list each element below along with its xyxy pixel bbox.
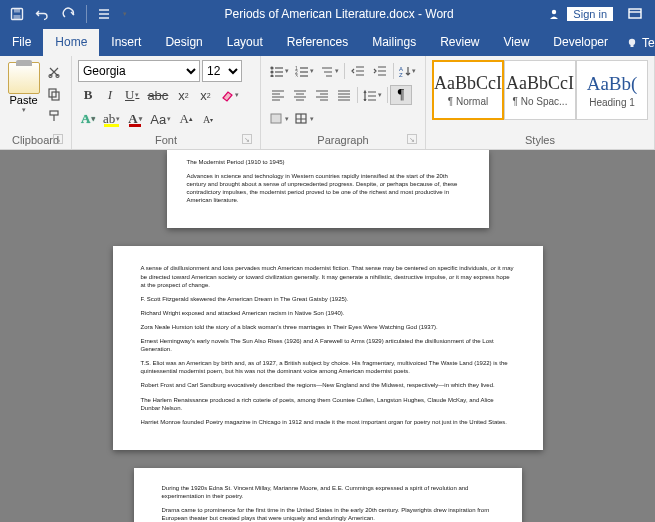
ribbon-display-button[interactable] xyxy=(619,2,651,26)
show-marks-button[interactable]: ¶ xyxy=(390,85,412,105)
format-painter-button[interactable] xyxy=(43,106,65,126)
document-text: Zora Neale Hurston told the story of a b… xyxy=(141,323,515,331)
document-page[interactable]: A sense of disillusionment and loss perv… xyxy=(113,246,543,449)
clipboard-launcher[interactable] xyxy=(53,134,63,144)
paste-dropdown[interactable]: ▾ xyxy=(6,106,41,114)
line-spacing-qat-button[interactable] xyxy=(91,2,117,26)
document-area[interactable]: The Modernist Period (1910 to 1945) Adva… xyxy=(0,150,655,522)
redo-button[interactable] xyxy=(56,2,82,26)
tab-file[interactable]: File xyxy=(0,29,43,56)
bold-button[interactable]: B xyxy=(78,85,98,105)
style-name: ¶ No Spac... xyxy=(505,96,575,107)
tab-layout[interactable]: Layout xyxy=(215,29,275,56)
cut-button[interactable] xyxy=(43,62,65,82)
grow-font-button[interactable]: A▴ xyxy=(176,109,196,129)
line-spacing-button[interactable] xyxy=(360,85,385,105)
tab-review[interactable]: Review xyxy=(428,29,491,56)
eraser-icon xyxy=(220,88,234,102)
style-normal[interactable]: AaBbCcI ¶ Normal xyxy=(432,60,504,120)
sign-in-button[interactable]: Sign in xyxy=(567,7,613,21)
spacing-icon xyxy=(97,7,111,21)
align-right-button[interactable] xyxy=(311,85,333,105)
shading-button[interactable] xyxy=(267,109,292,129)
paragraph-group-label: Paragraph xyxy=(267,132,419,149)
document-text: Ernest Hemingway's early novels The Sun … xyxy=(141,337,515,353)
tab-home[interactable]: Home xyxy=(43,29,99,56)
svg-rect-6 xyxy=(631,45,634,47)
justify-button[interactable] xyxy=(333,85,355,105)
style-sample: AaBbCcI xyxy=(434,73,502,94)
strike-button[interactable]: abc xyxy=(144,85,171,105)
document-text: Robert Frost and Carl Sandburg evocative… xyxy=(141,381,515,389)
group-clipboard: Paste ▾ Clipboard xyxy=(0,56,72,149)
clear-format-button[interactable] xyxy=(217,85,242,105)
italic-button[interactable]: I xyxy=(100,85,120,105)
paste-button[interactable]: Paste ▾ xyxy=(6,60,41,114)
save-icon xyxy=(10,7,24,21)
svg-text:3: 3 xyxy=(295,73,298,77)
increase-indent-button[interactable] xyxy=(369,61,391,81)
align-left-icon xyxy=(271,89,285,101)
line-spacing-icon xyxy=(363,89,377,101)
align-left-button[interactable] xyxy=(267,85,289,105)
bullets-button[interactable] xyxy=(267,61,292,81)
font-name-select[interactable]: Georgia xyxy=(78,60,200,82)
save-button[interactable] xyxy=(4,2,30,26)
borders-icon xyxy=(295,113,309,125)
borders-button[interactable] xyxy=(292,109,317,129)
align-right-icon xyxy=(315,89,329,101)
numbering-button[interactable]: 123 xyxy=(292,61,317,81)
shrink-font-button[interactable]: A▾ xyxy=(198,109,218,129)
font-color-button[interactable]: A xyxy=(125,109,145,129)
document-text: Richard Wright exposed and attacked Amer… xyxy=(141,309,515,317)
undo-button[interactable] xyxy=(30,2,56,26)
bulb-icon xyxy=(626,37,638,49)
paragraph-launcher[interactable] xyxy=(407,134,417,144)
style-sample: AaBb( xyxy=(587,73,638,95)
tab-insert[interactable]: Insert xyxy=(99,29,153,56)
align-center-icon xyxy=(293,89,307,101)
highlight-button[interactable]: ab xyxy=(100,109,123,129)
document-page[interactable]: During the 1920s Edna St. Vincent Millay… xyxy=(134,468,522,522)
group-paragraph: 123 AZ ¶ Parag xyxy=(261,56,426,149)
tab-references[interactable]: References xyxy=(275,29,360,56)
tell-me-button[interactable]: Tel xyxy=(620,32,655,56)
tab-view[interactable]: View xyxy=(492,29,542,56)
numbering-icon: 123 xyxy=(295,65,309,77)
sort-icon: AZ xyxy=(399,65,411,77)
text-effects-button[interactable]: A xyxy=(78,109,98,129)
multilevel-icon xyxy=(320,65,334,77)
bullets-icon xyxy=(270,65,284,77)
ribbon-tabs: File Home Insert Design Layout Reference… xyxy=(0,28,655,56)
tab-design[interactable]: Design xyxy=(153,29,214,56)
document-page[interactable]: The Modernist Period (1910 to 1945) Adva… xyxy=(167,150,489,228)
qat-customize-button[interactable] xyxy=(117,2,131,26)
svg-point-3 xyxy=(552,10,556,14)
document-text: A sense of disillusionment and loss perv… xyxy=(141,264,515,288)
qat-separator xyxy=(86,5,87,23)
indent-icon xyxy=(373,65,387,77)
align-center-button[interactable] xyxy=(289,85,311,105)
paste-label: Paste xyxy=(6,94,41,106)
ribbon-display-icon xyxy=(628,8,642,20)
underline-button[interactable]: U xyxy=(122,85,142,105)
superscript-button[interactable]: x2 xyxy=(195,85,215,105)
change-case-button[interactable]: Aa xyxy=(147,109,174,129)
brush-icon xyxy=(47,109,61,123)
copy-button[interactable] xyxy=(43,84,65,104)
tab-developer[interactable]: Developer xyxy=(541,29,620,56)
redo-icon xyxy=(62,7,76,21)
sort-button[interactable]: AZ xyxy=(396,61,419,81)
multilevel-button[interactable] xyxy=(317,61,342,81)
svg-text:Z: Z xyxy=(399,72,403,77)
font-size-select[interactable]: 12 xyxy=(202,60,242,82)
style-heading1[interactable]: AaBb( Heading 1 xyxy=(576,60,648,120)
tell-me-label: Tel xyxy=(642,36,655,50)
document-text: The Modernist Period (1910 to 1945) xyxy=(187,158,469,166)
tab-mailings[interactable]: Mailings xyxy=(360,29,428,56)
font-launcher[interactable] xyxy=(242,134,252,144)
svg-rect-1 xyxy=(14,9,20,13)
style-no-spacing[interactable]: AaBbCcI ¶ No Spac... xyxy=(504,60,576,120)
decrease-indent-button[interactable] xyxy=(347,61,369,81)
subscript-button[interactable]: x2 xyxy=(173,85,193,105)
